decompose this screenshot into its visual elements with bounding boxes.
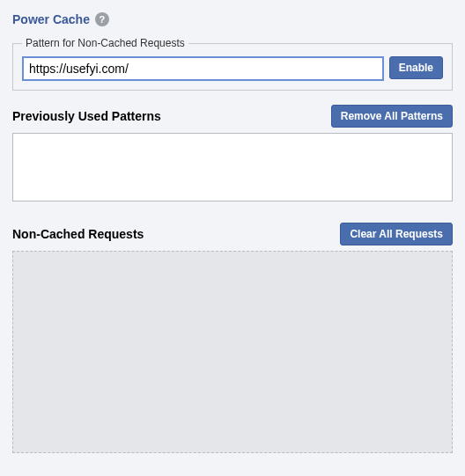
pattern-fieldset: Pattern for Non-Cached Requests Enable <box>12 37 453 91</box>
previous-patterns-title: Previously Used Patterns <box>12 109 161 123</box>
non-cached-title: Non-Cached Requests <box>12 227 144 241</box>
pattern-legend: Pattern for Non-Cached Requests <box>22 37 188 49</box>
non-cached-header: Non-Cached Requests Clear All Requests <box>12 223 453 245</box>
remove-all-patterns-button[interactable]: Remove All Patterns <box>331 105 453 128</box>
previous-patterns-box <box>12 133 453 201</box>
non-cached-requests-box <box>12 251 453 453</box>
header-row: Power Cache ? <box>12 12 453 26</box>
clear-all-requests-button[interactable]: Clear All Requests <box>340 223 453 245</box>
previous-patterns-header: Previously Used Patterns Remove All Patt… <box>12 105 453 128</box>
pattern-input-row: Enable <box>22 56 443 81</box>
enable-button[interactable]: Enable <box>389 56 443 79</box>
pattern-url-input[interactable] <box>22 56 384 81</box>
page-title: Power Cache <box>12 12 90 26</box>
help-icon[interactable]: ? <box>95 12 109 26</box>
